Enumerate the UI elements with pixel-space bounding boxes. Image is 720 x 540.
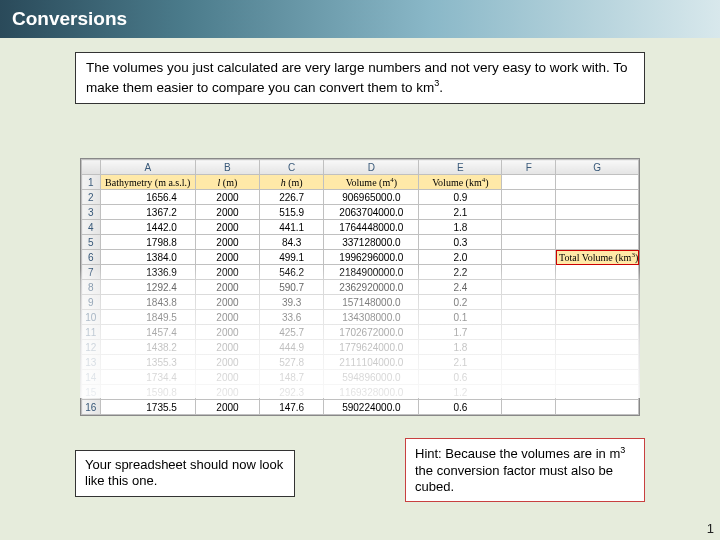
rowhead: 12	[82, 340, 101, 355]
cell-l: 2000	[195, 265, 259, 280]
cell-h: 546.2	[260, 265, 324, 280]
cell-h: 292.3	[260, 385, 324, 400]
slide-title: Conversions	[12, 8, 127, 30]
table-row: 111457.42000425.71702672000.01.7	[82, 325, 639, 340]
cell-l: 2000	[195, 400, 259, 415]
cell-vol-m: 2111104000.0	[324, 355, 419, 370]
colhead-C: C	[260, 160, 324, 175]
empty-cell	[556, 325, 639, 340]
caption-left-box: Your spreadsheet should now look like th…	[75, 450, 295, 497]
cell-h: 499.1	[260, 250, 324, 265]
empty-cell	[556, 355, 639, 370]
cell-h: 444.9	[260, 340, 324, 355]
empty-cell	[502, 265, 556, 280]
table-row: 161735.52000147.6590224000.00.6	[82, 400, 639, 415]
table-row: 61384.02000499.11996296000.02.0Total Vol…	[82, 250, 639, 265]
cell-vol-m: 590224000.0	[324, 400, 419, 415]
empty-cell	[502, 190, 556, 205]
rowhead: 7	[82, 265, 101, 280]
cell-vol-km: 2.2	[419, 265, 502, 280]
empty-cell	[502, 370, 556, 385]
cell-vol-km: 2.1	[419, 355, 502, 370]
cell-vol-km: 2.4	[419, 280, 502, 295]
cell-vol-km: 1.8	[419, 220, 502, 235]
empty-cell	[556, 400, 639, 415]
cell-vol-km: 1.2	[419, 385, 502, 400]
table-row: 101849.5200033.6134308000.00.1	[82, 310, 639, 325]
empty-cell	[556, 265, 639, 280]
cell-vol-m: 1779624000.0	[324, 340, 419, 355]
cell-vol-m: 1764448000.0	[324, 220, 419, 235]
empty-cell	[502, 220, 556, 235]
empty-cell	[502, 280, 556, 295]
table-row: 121438.22000444.91779624000.01.8	[82, 340, 639, 355]
rowhead: 14	[82, 370, 101, 385]
cell-vol-m: 1996296000.0	[324, 250, 419, 265]
colhead-D: D	[324, 160, 419, 175]
cell-h: 33.6	[260, 310, 324, 325]
cell-vol-m: 2063704000.0	[324, 205, 419, 220]
cell-vol-m: 594896000.0	[324, 370, 419, 385]
cell-bathy: 1336.9	[100, 265, 195, 280]
cell-vol-m: 1702672000.0	[324, 325, 419, 340]
cell-bathy: 1656.4	[100, 190, 195, 205]
cell-bathy: 1438.2	[100, 340, 195, 355]
cell-h: 527.8	[260, 355, 324, 370]
colhead-G: G	[556, 160, 639, 175]
cell-h: 590.7	[260, 280, 324, 295]
cell-h: 425.7	[260, 325, 324, 340]
colhead-B: B	[195, 160, 259, 175]
cell-l: 2000	[195, 295, 259, 310]
total-volume-label: Total Volume (km3)	[556, 250, 639, 265]
intro-tail: .	[439, 80, 443, 95]
hdr-vol-km: Volume (km4)	[419, 175, 502, 190]
empty-cell	[502, 325, 556, 340]
cell-vol-km: 1.7	[419, 325, 502, 340]
cell-bathy: 1355.3	[100, 355, 195, 370]
cell-vol-km: 2.1	[419, 205, 502, 220]
rowhead: 4	[82, 220, 101, 235]
title-bar: Conversions	[0, 0, 720, 38]
cell-vol-m: 134308000.0	[324, 310, 419, 325]
table-row: 31367.22000515.92063704000.02.1	[82, 205, 639, 220]
cell-bathy: 1849.5	[100, 310, 195, 325]
rowhead: 13	[82, 355, 101, 370]
caption-right-sup: 3	[620, 445, 625, 455]
empty-cell	[502, 295, 556, 310]
empty-cell	[556, 370, 639, 385]
cell-h: 148.7	[260, 370, 324, 385]
cell-h: 147.6	[260, 400, 324, 415]
table-row: 91843.8200039.3157148000.00.2	[82, 295, 639, 310]
empty-cell	[556, 175, 639, 190]
cell-bathy: 1367.2	[100, 205, 195, 220]
rowhead: 5	[82, 235, 101, 250]
cell-vol-m: 337128000.0	[324, 235, 419, 250]
rowhead: 9	[82, 295, 101, 310]
table-row: 71336.92000546.22184900000.02.2	[82, 265, 639, 280]
cell-vol-m: 1169328000.0	[324, 385, 419, 400]
cell-bathy: 1798.8	[100, 235, 195, 250]
hdr-bathymetry: Bathymetry (m a.s.l.)	[100, 175, 195, 190]
spreadsheet: A B C D E F G 1Bathymetry (m a.s.l.)l (m…	[80, 158, 640, 416]
empty-cell	[556, 340, 639, 355]
cell-l: 2000	[195, 370, 259, 385]
rowhead: 15	[82, 385, 101, 400]
rowhead: 10	[82, 310, 101, 325]
cell-h: 226.7	[260, 190, 324, 205]
cell-vol-km: 0.6	[419, 400, 502, 415]
table-row: 131355.32000527.82111104000.02.1	[82, 355, 639, 370]
cell-vol-m: 157148000.0	[324, 295, 419, 310]
cell-bathy: 1734.4	[100, 370, 195, 385]
table-row: 1Bathymetry (m a.s.l.)l (m)h (m)Volume (…	[82, 175, 639, 190]
cell-l: 2000	[195, 250, 259, 265]
cell-bathy: 1384.0	[100, 250, 195, 265]
table-row: 21656.42000226.7906965000.00.9	[82, 190, 639, 205]
cell-vol-km: 0.1	[419, 310, 502, 325]
hdr-vol-m: Volume (m4)	[324, 175, 419, 190]
caption-right-box: Hint: Because the volumes are in m3 the …	[405, 438, 645, 502]
empty-cell	[502, 235, 556, 250]
rowhead: 3	[82, 205, 101, 220]
cell-h: 39.3	[260, 295, 324, 310]
empty-cell	[502, 355, 556, 370]
rowhead: 6	[82, 250, 101, 265]
